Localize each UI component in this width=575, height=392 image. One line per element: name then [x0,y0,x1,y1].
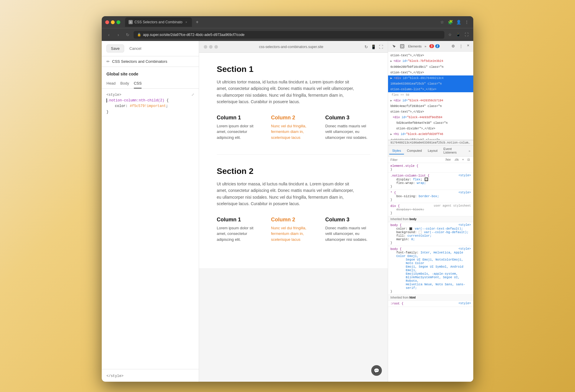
body1-prop-4: margin: 0; [390,238,471,241]
extensions-icon[interactable]: 🧩 [447,19,453,25]
col-2-3-title: Column 3 [325,217,370,223]
svg-rect-0 [400,45,404,48]
dom-node-4[interactable]: ▶ <div id="block-4420356cb7194 [388,98,473,104]
star-prop-1: box-sizing: border-box; [390,195,471,198]
fullscreen-icon[interactable]: ⛶ [463,32,470,38]
ncl-selector-row: .notion-column-list { <style> [390,174,471,177]
dom-tree[interactable]: otion-text">_</div> ▶ <div id="block-7bf… [388,52,473,140]
column-2-1: Column 1 Lorem ipsum dolor sit amet, con… [217,217,262,243]
section-divider [217,154,370,155]
preview-dot-2 [209,45,213,49]
bookmark-icon[interactable]: ☆ [439,19,445,25]
tab-head[interactable]: Head [106,79,116,88]
layout-tab[interactable]: Layout [425,147,441,154]
color-swatch-2[interactable] [419,231,422,234]
dom-node-4c[interactable]: otion-text">_</div> [388,109,473,115]
phone-icon[interactable]: 📱 [371,45,376,49]
code-line-3: color: #f5c579!important; [106,103,194,109]
dom-node-5c[interactable]: otion-divider">_</div> [388,126,473,131]
vertical-dots-icon[interactable]: ⋮ [457,43,464,50]
star-icon[interactable]: ☆ [447,32,453,38]
dom-node-2b[interactable]: 6c900e20bfb9f16cd9c1" class="n [388,64,473,70]
styles-more-tabs[interactable]: » [467,148,472,154]
dom-node-6b[interactable]: 4a88168c40e7ff17eb" class="n [388,137,473,140]
tab-body[interactable]: Body [120,79,129,88]
styles-tab[interactable]: Styles [389,147,404,154]
body1-prop-3: fill: currentColor; [390,234,471,238]
col-2-3-body: Donec mattis mauris vel velit ullamcorpe… [325,225,370,243]
section-2: Section 2 Ut ultricies tortor massa, id … [217,167,370,242]
site-name: CSS Selectors and Combinators [112,59,167,64]
device-icon[interactable]: 📱 [455,32,461,38]
back-button[interactable]: ‹ [105,31,112,38]
save-button[interactable]: Save [106,45,124,52]
devtools-more-tabs[interactable]: » [424,45,427,48]
code-editor-panel: Save Cancel ✏ CSS Selectors and Combinat… [102,41,199,382]
expand-button[interactable]: ⤢ [190,92,196,98]
title-bar: S CSS Selectors and Combinato × + ☆ 🧩 👤 … [102,16,473,28]
hov-button[interactable]: :hov [444,158,452,162]
dom-node-1[interactable]: otion-text">_</div> [388,53,473,58]
browser-tab[interactable]: S CSS Selectors and Combinato × [125,17,192,27]
devtools-close-button[interactable]: ✕ [465,43,471,49]
preview-actions: ↻ 📱 ⛶ [364,45,383,49]
dom-node-5[interactable]: <div id="block-44e93df9ed584 [388,115,473,120]
preview-content: Section 1 Ut ultricies tortor massa, id … [199,53,388,268]
add-rule-button[interactable]: + [461,158,465,162]
chat-button[interactable]: 💬 [371,365,382,376]
cancel-button[interactable]: Cancel [126,45,144,52]
settings-icon[interactable]: ⚙ [450,43,457,50]
cls-button[interactable]: .cls [453,158,460,162]
dom-node-flex[interactable]: flex == 50 [388,92,473,98]
close-button[interactable] [105,20,109,24]
section-2-columns: Column 1 Lorem ipsum dolor sit amet, con… [217,217,370,243]
tab-close-button[interactable]: × [184,20,188,24]
maximize-button[interactable] [116,20,120,24]
devtools-toolbar: Elements » 3 2 ⚙ ⋮ ✕ [388,41,473,52]
url-text: app.super.so/site/2da97fce-d672-4bdc-ade… [143,33,244,37]
dom-node-2[interactable]: ▶ <div id="block-7bf5d1e2e3b24 [388,58,473,64]
profile-icon[interactable]: 👤 [456,19,461,25]
color-swatch-1[interactable] [409,227,412,230]
lock-icon: 🔒 [137,33,141,37]
dom-node-5b[interactable]: 5d28ca45ef884a47e38" class="n [388,120,473,126]
star-selector-row: * { <style> [390,191,471,195]
new-tab-button[interactable]: + [193,18,201,26]
styles-panel[interactable]: element.style { } .notion-column-list { … [388,163,473,382]
address-input[interactable]: 🔒 app.super.so/site/2da97fce-d672-4bdc-a… [134,31,444,39]
dom-node-2c[interactable]: otion-text">_</div> [388,70,473,75]
external-icon[interactable]: ⛶ [379,45,383,49]
menu-icon[interactable]: ⋮ [464,19,470,25]
section-2-title: Section 2 [217,167,370,176]
minimize-button[interactable] [111,20,115,24]
styles-tab-bar: Styles Computed Layout Event Listeners » [388,146,473,157]
dom-node-6[interactable]: ▶ <h1 id="block-ac3ebfdd20ff46 [388,131,473,137]
dom-node-3b[interactable]: 106a0e633691eaf25cb" class="n [388,81,473,87]
column-1-3: Column 3 Donec mattis mauris vel velit u… [325,115,370,141]
section-1-title: Section 1 [217,65,370,74]
elements-tab-label[interactable]: Elements [407,45,423,48]
code-editor[interactable]: ⤢ <style> .notion-column:nth-child(2) { … [102,89,199,369]
cursor-tool[interactable] [390,43,397,50]
body1-selector-row: body { <style> [390,223,471,227]
dom-node-3c[interactable]: otion-column-list">_</div> [388,87,473,92]
tab-css[interactable]: CSS [134,79,142,88]
dom-node-3[interactable]: ▶ <div id="block-d9176409213c4 [388,75,473,81]
refresh-icon[interactable]: ↻ [364,45,368,49]
filter-input[interactable] [390,158,442,162]
col-2-1-body: Lorem ipsum dolor sit amet, consectetur … [217,225,262,243]
copy-button[interactable]: ⊡ [466,158,471,162]
dom-node-4b[interactable]: bb09c4eacf1f283b1e4" class="n [388,103,473,109]
forward-button[interactable]: › [115,31,122,38]
main-area: Save Cancel ✏ CSS Selectors and Combinat… [102,41,473,382]
reload-button[interactable]: ↻ [124,31,131,38]
preview-scroll[interactable]: Section 1 Ut ultricies tortor massa, id … [199,53,388,382]
root-rule: :root { <style> [388,301,473,307]
preview-toolbar: css-selectors-and-combinators.super.site… [199,41,388,53]
inspect-box-tool[interactable] [399,43,406,50]
event-listeners-tab[interactable]: Event Listeners [441,146,467,156]
computed-tab[interactable]: Computed [404,147,425,154]
body2-prop-1: font-family: Inter, Helvetica, Apple Col… [390,251,471,258]
body2-prop-1e: BlinkMacSystemFont, Segoe UI, Roboto, [390,276,471,283]
editor-footer: </style> [102,369,199,382]
